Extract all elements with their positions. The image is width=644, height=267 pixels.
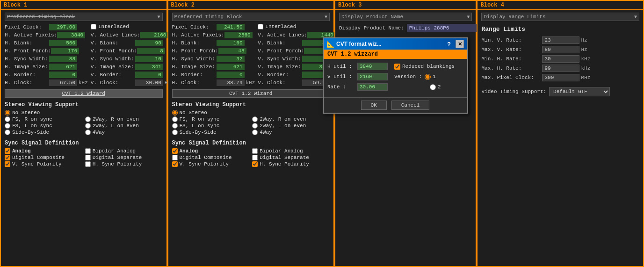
stereo-sbs-radio[interactable] <box>5 130 10 135</box>
v-border-input[interactable] <box>135 72 163 78</box>
b2-stereo-fs-r-radio[interactable] <box>172 116 178 122</box>
b2-stereo-fs-r-label: FS, R on sync <box>180 116 220 122</box>
max-h-rate-input[interactable] <box>542 65 579 72</box>
stereo-2way-r-radio[interactable] <box>85 116 91 122</box>
b2-dig-separate-checkbox[interactable] <box>252 155 258 160</box>
dialog-reduced-blankings-checkbox[interactable] <box>394 64 400 70</box>
v-clock-input[interactable] <box>135 79 163 86</box>
b2-h-front-porch-input[interactable] <box>218 48 246 54</box>
h-sync-width-input[interactable] <box>49 56 77 62</box>
b1-bipolar-label: Bipolar Analog <box>93 148 136 154</box>
b1-dig-composite-checkbox[interactable] <box>5 155 10 160</box>
dialog-version-1-label: 1 <box>433 74 436 79</box>
b2-pixel-clock-label: Pixel Clock: <box>172 24 217 30</box>
block1-dropdown[interactable]: Preferred Timing Block ▼ <box>5 13 163 21</box>
h-image-size-row: H. Image Size: <box>5 64 88 70</box>
b1-dig-composite-label: Digital Composite <box>12 155 65 160</box>
h-image-size-input[interactable] <box>49 64 77 70</box>
h-blank-input[interactable] <box>49 40 77 46</box>
b2-v-sync-checkbox[interactable] <box>172 161 178 167</box>
b2-stereo-4way-radio[interactable] <box>252 130 258 135</box>
h-front-porch-input[interactable] <box>51 48 79 54</box>
b2-v-active-label: V. Active Lines: <box>258 32 307 38</box>
b2-h-active-input[interactable] <box>224 32 253 38</box>
b2-stereo-2way-l-radio[interactable] <box>252 123 258 129</box>
b1-analog-checkbox[interactable] <box>5 148 10 154</box>
max-v-rate-label: Max. V. Rate: <box>481 47 542 52</box>
b2-analog-checkbox[interactable] <box>172 148 178 154</box>
b1-bipolar-checkbox[interactable] <box>85 148 91 154</box>
dialog-ok-button[interactable]: OK <box>361 101 387 110</box>
block-4: Block 4 Display Range Limits ▼ Range Lim… <box>477 0 644 267</box>
b2-h-border-input[interactable] <box>217 72 245 78</box>
b2-stereo-2way-r-radio[interactable] <box>252 116 258 122</box>
b2-bipolar-label: Bipolar Analog <box>260 148 303 154</box>
block3-dropdown[interactable]: Display Product Name ▼ <box>339 13 472 21</box>
b1-h-sync-checkbox[interactable] <box>85 161 91 167</box>
dialog-h-util-input[interactable] <box>357 63 388 70</box>
block2-cvt-button[interactable]: CVT 1.2 Wizard <box>172 89 330 98</box>
v-blank-input[interactable] <box>135 40 163 46</box>
h-active-input[interactable] <box>57 32 85 38</box>
dialog-h-util-label: H util : <box>327 64 355 69</box>
b2-v-sync-width-label: V. Sync Width: <box>258 56 302 62</box>
block1-cvt-button[interactable]: CVT 1.2 Wizard <box>5 89 163 98</box>
pixel-clock-row: Pixel Clock: <box>5 24 88 30</box>
v-sync-width-input[interactable] <box>135 56 163 62</box>
min-v-rate-label: Min. V. Rate: <box>481 37 542 43</box>
stereo-no-stereo-row: No Stereo <box>5 110 163 115</box>
max-v-rate-input[interactable] <box>542 46 579 53</box>
dialog-h-util-row: H util : Reduced blankings <box>327 63 463 70</box>
block2-dropdown[interactable]: Preferred Timing Block ▼ <box>172 13 330 21</box>
stereo-2way-l-radio[interactable] <box>85 123 91 129</box>
block4-dropdown-label: Display Range Limits <box>484 14 545 20</box>
display-name-input[interactable] <box>407 24 477 32</box>
video-timing-select[interactable]: Default GTF No Support GTF CVT CVT - RB <box>549 87 610 96</box>
b2-pixel-clock-input[interactable] <box>217 24 245 30</box>
dialog-version-1-radio[interactable] <box>425 74 431 80</box>
b2-h-sync-checkbox[interactable] <box>252 161 258 167</box>
pixel-clock-input[interactable] <box>49 24 77 30</box>
b2-interlaced-checkbox[interactable] <box>258 24 263 29</box>
b2-stereo-no-stereo-radio[interactable] <box>172 110 178 115</box>
v-border-label: V. Border: <box>91 72 135 78</box>
block2-dropdown-label: Preferred Timing Block <box>174 14 242 20</box>
b1-v-sync-checkbox[interactable] <box>5 161 10 167</box>
b2-h-sync-width-input[interactable] <box>217 56 245 62</box>
b2-stereo-sbs-radio[interactable] <box>172 130 178 135</box>
v-front-porch-input[interactable] <box>137 48 165 54</box>
dialog-version-2-radio[interactable] <box>430 84 436 90</box>
b2-h-image-size-input[interactable] <box>217 64 245 70</box>
b2-h-clock-input[interactable] <box>217 79 245 86</box>
stereo-no-stereo-radio[interactable] <box>5 110 10 115</box>
dialog-v-util-input[interactable] <box>357 73 388 80</box>
b2-bipolar-checkbox[interactable] <box>252 148 258 154</box>
b2-v-image-size-label: V. Image Size: <box>258 64 302 70</box>
b1-dig-separate-checkbox[interactable] <box>85 155 91 160</box>
max-pixel-clock-input[interactable] <box>542 74 579 81</box>
block4-dropdown[interactable]: Display Range Limits ▼ <box>481 13 639 21</box>
min-v-rate-input[interactable] <box>542 36 579 44</box>
h-clock-input[interactable] <box>49 79 77 86</box>
stereo-4way-label: 4Way <box>93 130 105 135</box>
h-sync-width-label: H. Sync Width: <box>5 56 49 62</box>
h-border-input[interactable] <box>49 72 77 78</box>
dialog-rate-input[interactable] <box>357 83 388 91</box>
b2-dig-composite-checkbox[interactable] <box>172 155 178 160</box>
stereo-fs-r-row: FS, R on sync <box>5 116 82 122</box>
v-active-input[interactable] <box>140 32 168 38</box>
dialog-cancel-button[interactable]: Cancel <box>391 101 430 110</box>
h-border-label: H. Border: <box>5 72 49 78</box>
stereo-fs-l-radio[interactable] <box>5 123 10 129</box>
interlaced-checkbox[interactable] <box>91 24 96 29</box>
stereo-fs-r-radio[interactable] <box>5 116 10 122</box>
stereo-4way-radio[interactable] <box>85 130 91 135</box>
v-image-size-input[interactable] <box>135 64 163 70</box>
b2-stereo-fs-l-radio[interactable] <box>172 123 178 129</box>
block-4-title: Block 4 <box>478 1 643 10</box>
display-name-label: Display Product Name: <box>339 25 404 31</box>
block4-dropdown-arrow: ▼ <box>634 14 637 20</box>
min-h-rate-input[interactable] <box>542 55 579 63</box>
dialog-close-button[interactable]: ✕ <box>456 40 464 48</box>
b2-h-blank-input[interactable] <box>217 40 245 46</box>
